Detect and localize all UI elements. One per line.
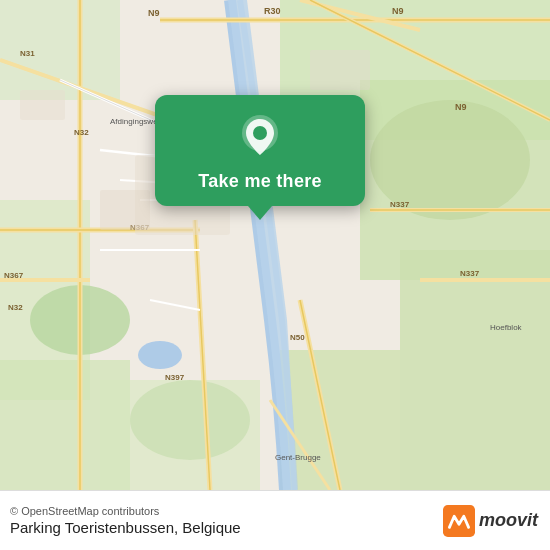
location-pin-icon xyxy=(236,113,284,161)
svg-text:N9: N9 xyxy=(455,102,467,112)
bottom-bar: © OpenStreetMap contributors Parking Toe… xyxy=(0,490,550,550)
svg-point-10 xyxy=(130,380,250,460)
svg-rect-8 xyxy=(280,350,400,490)
moovit-logo: moovit xyxy=(443,505,538,537)
moovit-icon xyxy=(443,505,475,537)
svg-text:N397: N397 xyxy=(165,373,185,382)
svg-text:Hoefblok: Hoefblok xyxy=(490,323,523,332)
svg-text:N367: N367 xyxy=(4,271,24,280)
location-name: Parking Toeristenbussen, Belgique xyxy=(10,519,241,536)
svg-text:N337: N337 xyxy=(460,269,480,278)
svg-text:Gent-Brugge: Gent-Brugge xyxy=(275,453,321,462)
svg-point-12 xyxy=(138,341,182,369)
svg-text:N32: N32 xyxy=(8,303,23,312)
moovit-text: moovit xyxy=(479,510,538,531)
osm-credit: © OpenStreetMap contributors xyxy=(10,505,241,517)
svg-rect-4 xyxy=(400,250,550,490)
map-view: N9 N31 N32 Afdingingsweg N367 N367 N32 N… xyxy=(0,0,550,490)
take-me-label: Take me there xyxy=(198,171,322,192)
svg-point-60 xyxy=(253,126,267,140)
svg-text:N9: N9 xyxy=(392,6,404,16)
take-me-there-popup[interactable]: Take me there xyxy=(155,95,365,206)
svg-text:N50: N50 xyxy=(290,333,305,342)
svg-rect-1 xyxy=(0,0,120,100)
svg-rect-61 xyxy=(443,505,475,537)
svg-text:N31: N31 xyxy=(20,49,35,58)
svg-text:N32: N32 xyxy=(74,128,89,137)
svg-text:N9: N9 xyxy=(148,8,160,18)
svg-text:N337: N337 xyxy=(390,200,410,209)
svg-text:R30: R30 xyxy=(264,6,281,16)
svg-rect-57 xyxy=(20,90,65,120)
svg-rect-58 xyxy=(310,50,370,90)
bottom-info: © OpenStreetMap contributors Parking Toe… xyxy=(10,505,241,536)
svg-rect-56 xyxy=(100,190,150,230)
